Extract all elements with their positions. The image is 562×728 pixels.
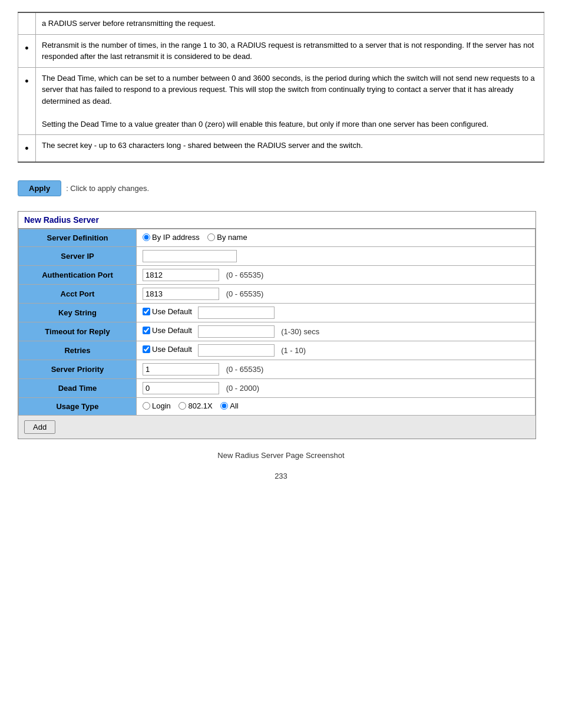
dot1x-label: 802.1X xyxy=(188,401,212,410)
dead-time-input[interactable] xyxy=(143,382,219,394)
row-text: The secret key - up to 63 characters lon… xyxy=(36,135,544,163)
usage-type-row: Usage Type Login 802.1X All xyxy=(19,398,535,416)
key-string-row: Key String Use Default xyxy=(19,304,535,322)
bullet-cell: • xyxy=(18,34,36,67)
retries-checkbox-label[interactable]: Use Default xyxy=(143,345,192,354)
retries-checkbox-text: Use Default xyxy=(152,345,192,354)
login-radio[interactable] xyxy=(143,402,150,410)
apply-section: Apply : Click to apply changes. xyxy=(18,180,544,196)
by-name-label: By name xyxy=(217,233,247,242)
acct-port-row: Acct Port (0 - 65535) xyxy=(19,285,535,304)
row-text: The Dead Time, which can be set to a num… xyxy=(36,67,544,135)
bullet-cell: • xyxy=(18,67,36,135)
login-radio-label[interactable]: Login xyxy=(143,401,171,410)
timeout-range: (1-30) secs xyxy=(281,327,319,336)
server-priority-value: (0 - 65535) xyxy=(137,360,535,379)
by-ip-label: By IP address xyxy=(152,233,200,242)
add-button[interactable]: Add xyxy=(24,420,55,434)
by-ip-radio[interactable] xyxy=(143,233,150,241)
dot1x-radio-label[interactable]: 802.1X xyxy=(178,401,212,410)
acct-port-range: (0 - 65535) xyxy=(226,289,264,298)
panel-title: New Radius Server xyxy=(18,212,535,229)
key-string-checkbox-label[interactable]: Use Default xyxy=(143,307,192,316)
table-row: • The secret key - up to 63 characters l… xyxy=(18,135,544,163)
timeout-row: Timeout for Reply Use Default (1-30) sec… xyxy=(19,322,535,341)
timeout-label: Timeout for Reply xyxy=(19,322,137,341)
auth-port-row: Authentication Port (0 - 65535) xyxy=(19,266,535,285)
auth-port-value: (0 - 65535) xyxy=(137,266,535,285)
retries-range: (1 - 10) xyxy=(281,346,306,355)
auth-port-range: (0 - 65535) xyxy=(226,271,264,279)
server-definition-label: Server Definition xyxy=(19,229,137,247)
page-number: 233 xyxy=(18,472,544,480)
add-button-row: Add xyxy=(18,416,535,439)
login-label: Login xyxy=(152,401,171,410)
radius-panel: New Radius Server Server Definition By I… xyxy=(18,211,536,439)
dead-time-row: Dead Time (0 - 2000) xyxy=(19,379,535,398)
server-priority-input[interactable] xyxy=(143,363,219,375)
panel-caption: New Radius Server Page Screenshot xyxy=(18,451,544,460)
by-name-radio[interactable] xyxy=(207,233,215,241)
apply-description: : Click to apply changes. xyxy=(66,184,149,193)
table-row: a RADIUS server before retransmitting th… xyxy=(18,12,544,34)
table-row: • Retransmit is the number of times, in … xyxy=(18,34,544,67)
server-ip-row: Server IP xyxy=(19,247,535,266)
timeout-input[interactable] xyxy=(198,325,275,338)
acct-port-label: Acct Port xyxy=(19,285,137,304)
usage-type-label: Usage Type xyxy=(19,398,137,416)
dead-time-range: (0 - 2000) xyxy=(226,384,259,393)
server-ip-value xyxy=(137,247,535,266)
timeout-checkbox-label[interactable]: Use Default xyxy=(143,326,192,335)
info-table: a RADIUS server before retransmitting th… xyxy=(18,12,544,163)
usage-type-value: Login 802.1X All xyxy=(137,398,535,416)
timeout-checkbox-text: Use Default xyxy=(152,326,192,335)
dead-time-value: (0 - 2000) xyxy=(137,379,535,398)
table-row: • The Dead Time, which can be set to a n… xyxy=(18,67,544,135)
all-radio-label[interactable]: All xyxy=(220,401,238,410)
retries-row: Retries Use Default (1 - 10) xyxy=(19,341,535,360)
server-priority-label: Server Priority xyxy=(19,360,137,379)
all-label: All xyxy=(230,401,238,410)
server-priority-row: Server Priority (0 - 65535) xyxy=(19,360,535,379)
retries-label: Retries xyxy=(19,341,137,360)
radius-table: Server Definition By IP address By name … xyxy=(18,229,535,416)
acct-port-value: (0 - 65535) xyxy=(137,285,535,304)
dead-time-label: Dead Time xyxy=(19,379,137,398)
retries-checkbox[interactable] xyxy=(143,345,150,353)
retries-input[interactable] xyxy=(198,344,275,357)
bullet-cell: • xyxy=(18,135,36,163)
server-definition-value: By IP address By name xyxy=(137,229,535,247)
server-ip-input[interactable] xyxy=(143,250,237,262)
dot1x-radio[interactable] xyxy=(178,402,186,410)
server-priority-range: (0 - 65535) xyxy=(226,365,264,374)
row-text: a RADIUS server before retransmitting th… xyxy=(36,12,544,34)
key-string-label: Key String xyxy=(19,304,137,322)
server-definition-row: Server Definition By IP address By name xyxy=(19,229,535,247)
by-name-radio-label[interactable]: By name xyxy=(207,233,247,242)
server-ip-label: Server IP xyxy=(19,247,137,266)
apply-button[interactable]: Apply xyxy=(18,180,61,196)
by-ip-radio-label[interactable]: By IP address xyxy=(143,233,200,242)
key-string-value: Use Default xyxy=(137,304,535,322)
key-string-checkbox[interactable] xyxy=(143,308,150,315)
bullet-cell xyxy=(18,12,36,34)
acct-port-input[interactable] xyxy=(143,288,219,300)
auth-port-input[interactable] xyxy=(143,269,219,281)
row-text: Retransmit is the number of times, in th… xyxy=(36,34,544,67)
auth-port-label: Authentication Port xyxy=(19,266,137,285)
timeout-value: Use Default (1-30) secs xyxy=(137,322,535,341)
key-string-input[interactable] xyxy=(198,307,275,319)
key-string-checkbox-text: Use Default xyxy=(152,307,192,316)
timeout-checkbox[interactable] xyxy=(143,327,150,334)
retries-value: Use Default (1 - 10) xyxy=(137,341,535,360)
all-radio[interactable] xyxy=(220,402,228,410)
